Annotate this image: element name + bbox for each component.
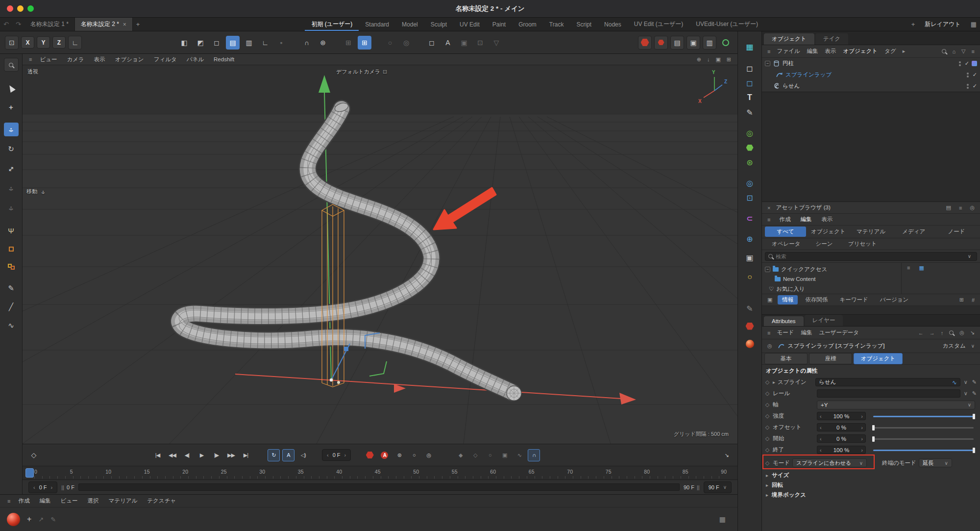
zoom-window-button[interactable]	[27, 5, 34, 12]
snap-key-button[interactable]: ∩	[528, 449, 540, 461]
tag-icon[interactable]	[972, 61, 977, 66]
uv-mode-icon[interactable]: ▥	[242, 36, 256, 50]
target-icon[interactable]: ◎	[967, 204, 977, 211]
layout-tab-model[interactable]: Model	[395, 18, 424, 31]
keying-settings-button[interactable]: ⊛	[393, 449, 405, 461]
start-slider[interactable]	[873, 436, 974, 442]
start-stepper[interactable]: ‹ 0 % ›	[817, 434, 866, 443]
rectangle-select-tool[interactable]	[4, 242, 19, 256]
shader-ball-icon[interactable]	[742, 336, 758, 351]
preset-dropdown[interactable]: カスタム	[943, 342, 966, 350]
undo-icon[interactable]: ↶	[0, 18, 12, 31]
play-button[interactable]: ▶	[196, 449, 208, 461]
preview-range-button[interactable]: A	[282, 449, 294, 461]
layout-tab-nodes[interactable]: Nodes	[598, 18, 628, 31]
filter-nodes[interactable]: ノード	[936, 227, 977, 237]
pan-view-icon[interactable]: ⊕	[694, 56, 704, 63]
object-name[interactable]: スプラインラップ	[785, 71, 832, 78]
rotate-tool[interactable]: ↻	[4, 142, 19, 156]
list-icon[interactable]: ≡	[956, 205, 964, 211]
chevron-down-icon[interactable]: ∨	[963, 379, 969, 385]
zoom-tool[interactable]	[4, 58, 19, 72]
object-name[interactable]: らせん	[783, 82, 800, 90]
parameter-key-icon[interactable]: ▣	[498, 449, 511, 461]
filter-materials[interactable]: マテリアル	[850, 227, 891, 237]
stepper-right-icon[interactable]: ›	[51, 484, 53, 490]
workplane-mode-icon[interactable]: ▤	[226, 36, 240, 50]
volume-icon[interactable]: ⊛	[742, 155, 758, 170]
layout-tab-groom[interactable]: Groom	[512, 18, 543, 31]
document-tab-1[interactable]: 名称未設定 1 *	[24, 18, 75, 31]
scale-key-icon[interactable]: ◇	[469, 449, 481, 461]
goto-end-button[interactable]: ▶|	[240, 449, 252, 461]
grid-view-icon[interactable]: ▦	[916, 265, 926, 271]
x-axis-lock-button[interactable]: X	[21, 36, 34, 49]
next-frame-button[interactable]: |▶	[210, 449, 222, 461]
transfer-tool[interactable]: ↔↕	[4, 201, 19, 215]
spline-pen-tool[interactable]: ∿	[4, 319, 19, 332]
layout-tab-uvedit[interactable]: UV Edit	[453, 18, 486, 31]
ik-tool[interactable]: Ψ	[4, 224, 19, 237]
position-key-icon[interactable]: ◆	[454, 449, 466, 461]
copy-icon[interactable]: ⊞	[957, 297, 966, 303]
slider-knob[interactable]	[872, 425, 875, 430]
eyedropper-icon[interactable]: ✎	[971, 390, 978, 397]
layout-tab-track[interactable]: Track	[543, 18, 570, 31]
menu-texture[interactable]: テクスチャ	[143, 497, 180, 505]
stepper-right-icon[interactable]: ›	[861, 436, 863, 442]
minimize-window-button[interactable]	[17, 5, 24, 12]
key-icon[interactable]: ◇	[764, 390, 770, 397]
key-icon[interactable]: ◇	[764, 379, 770, 385]
chevron-down-icon[interactable]: ∨	[969, 343, 977, 349]
search-field[interactable]: ∨	[765, 252, 977, 261]
camera-icon[interactable]: ▣	[742, 250, 758, 265]
filter-icon[interactable]: ▽	[959, 48, 968, 54]
next-key-button[interactable]: ▶▶	[225, 449, 237, 461]
menu-view[interactable]: ビュー	[35, 56, 61, 63]
menu-create[interactable]: 作成	[776, 216, 794, 223]
menu-panel[interactable]: パネル	[182, 56, 208, 63]
camera-label[interactable]: デフォルトカメラ ⊡	[336, 68, 387, 76]
enable-check-icon[interactable]: ✓	[973, 72, 977, 78]
layout-tab-sculpt[interactable]: Sculpt	[424, 18, 453, 31]
menu-icon[interactable]: ≡	[5, 498, 13, 504]
menu-view[interactable]: 表示	[822, 48, 839, 55]
section-bounding-box[interactable]: ▸ 境界ボックス	[762, 490, 980, 500]
key-icon[interactable]: ◇	[764, 447, 770, 453]
menu-filter[interactable]: フィルタ	[149, 56, 181, 63]
goto-start-button[interactable]: |◀	[151, 449, 164, 461]
tab-takes[interactable]: テイク	[815, 33, 848, 45]
3d-viewport[interactable]: Y X Z デフォルトカメラ ⊡ 透視 移動 ↔↕ グリッド間隔 : 500 c…	[23, 65, 737, 444]
stepper-left-icon[interactable]: ‹	[327, 452, 329, 458]
range-slider[interactable]	[78, 483, 680, 491]
forward-icon[interactable]: →	[927, 330, 937, 336]
back-icon[interactable]: ←	[916, 330, 926, 336]
shape-icon[interactable]: ◻	[742, 61, 758, 76]
search-icon[interactable]	[939, 49, 949, 54]
key-check-button[interactable]: ◎	[422, 449, 435, 461]
stepper-left-icon[interactable]: ‹	[33, 484, 35, 490]
stepper-right-icon[interactable]: ›	[344, 452, 346, 458]
search-input[interactable]	[776, 253, 962, 259]
tab-layers[interactable]: レイヤー	[805, 315, 843, 326]
autokey-button[interactable]: A	[378, 449, 391, 461]
move-tool[interactable]: ↔↕	[4, 123, 19, 136]
menu-userdata[interactable]: ユーザーデータ	[816, 329, 862, 336]
prev-frame-button[interactable]: ◀|	[181, 449, 193, 461]
enable-dot-icon[interactable]: ◎	[765, 343, 775, 349]
offset-slider[interactable]	[873, 425, 974, 430]
grid-toggle-icon[interactable]: ⊞	[724, 56, 734, 63]
resize-icon[interactable]: ↘	[968, 329, 977, 336]
pla-key-icon[interactable]: ∿	[513, 449, 525, 461]
frame-ruler[interactable]: 051015202530354045505560657075808590	[23, 466, 737, 480]
keyframe-selection-tool[interactable]	[4, 260, 19, 274]
offset-stepper[interactable]: ‹ 0 % ›	[817, 423, 866, 431]
viewport-canvas[interactable]: Y X Z	[23, 65, 737, 444]
range-start-handle[interactable]: ||0 F	[61, 484, 74, 490]
up-icon[interactable]: ↑	[938, 330, 946, 336]
layout-tab-paint[interactable]: Paint	[486, 18, 512, 31]
record-button[interactable]	[364, 449, 376, 461]
gizmo-center-dot[interactable]	[330, 379, 333, 381]
menu-options[interactable]: オプション	[111, 56, 148, 63]
document-tab-2[interactable]: 名称未設定 2 * ×	[75, 18, 133, 31]
